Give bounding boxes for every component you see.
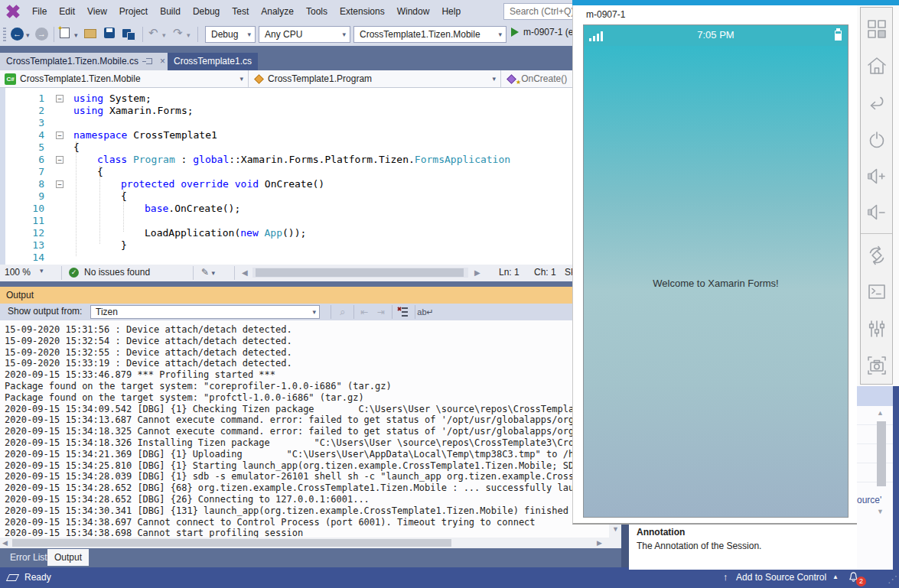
menu-build[interactable]: Build [154, 0, 187, 23]
word-wrap-icon[interactable]: ab↵ [419, 306, 432, 318]
emulator-apps-grid-button[interactable] [864, 11, 890, 47]
output-log-line: 2020-09-15 15:34:21.369 [DBG] {1} Upload… [5, 449, 621, 460]
output-log-line: 15-09-2020 15:32:54 : Device attach/deta… [5, 336, 621, 347]
add-to-source-control-button[interactable]: Add to Source Control [736, 572, 826, 583]
clear-all-icon[interactable] [396, 306, 409, 318]
annotation-title: Annotation [637, 527, 849, 538]
menu-file[interactable]: File [26, 0, 53, 23]
menu-analyze[interactable]: Analyze [255, 0, 300, 23]
startup-project-select[interactable]: CrossTemplate1.Tizen.Mobile▾ [353, 26, 507, 43]
fold-collapse-icon[interactable]: − [56, 180, 64, 188]
line-number: 2 [11, 105, 44, 117]
output-log[interactable]: 15-09-2020 15:31:56 : Device attach/deta… [0, 320, 621, 538]
emulator-controls-button[interactable] [864, 310, 890, 347]
output-source-select[interactable]: Tizen▾ [90, 305, 320, 319]
line-indicator: Ln: 1 [499, 267, 520, 278]
emulator-screenshot-button[interactable] [864, 347, 890, 384]
vscroll-up-arrow[interactable]: ▲ [877, 409, 884, 417]
fold-collapse-icon[interactable]: − [56, 95, 64, 102]
code-cleanup-icon[interactable]: ✎ ▾ [201, 267, 215, 278]
previous-message-icon[interactable]: ⇤ [358, 306, 370, 318]
editor-zoom-select[interactable]: 100 % [5, 267, 31, 278]
emulator-power-button[interactable] [864, 121, 890, 158]
app-screen[interactable]: Welcome to Xamarin Forms! [584, 46, 848, 517]
emulator-volume-up-button[interactable] [864, 158, 890, 194]
menu-view[interactable]: View [81, 0, 113, 23]
undo-dropdown[interactable]: ▾ [162, 31, 166, 39]
scrollbar-thumb[interactable] [877, 421, 886, 486]
vscroll-down-arrow[interactable]: ▼ [877, 508, 884, 515]
menu-window[interactable]: Window [391, 0, 436, 23]
project-dropdown[interactable]: C# CrossTemplate1.Tizen.Mobile▾ [0, 70, 249, 87]
navigate-back-dropdown[interactable]: ▾ [26, 31, 30, 39]
menu-help[interactable]: Help [435, 0, 467, 23]
tab-error-list[interactable]: Error List [3, 549, 54, 566]
find-message-icon[interactable]: ⌕ [337, 306, 349, 318]
redo-button[interactable]: ↷ [173, 26, 183, 40]
emulator-home-button[interactable] [864, 47, 890, 84]
new-project-dropdown[interactable]: ▾ [74, 31, 78, 39]
open-file-button[interactable] [84, 28, 96, 41]
save-button[interactable] [104, 28, 115, 41]
next-message-icon[interactable]: ⇥ [375, 306, 387, 318]
platform-select[interactable]: Any CPU▾ [259, 26, 350, 43]
toolbar-grip[interactable] [3, 28, 6, 41]
line-number: 14 [11, 252, 44, 264]
scrollbar-thumb[interactable] [256, 268, 464, 277]
pin-icon[interactable] [146, 58, 152, 64]
navigate-back-button[interactable]: ← [11, 28, 24, 41]
source-control-chevron-icon[interactable]: ▲ [832, 573, 839, 580]
health-check-icon[interactable]: ✓ [69, 268, 79, 278]
tab-crosstemplate1-tizen-mobile-cs[interactable]: CrossTemplate1.Tizen.Mobile.cs× [0, 53, 171, 70]
home-icon [865, 54, 888, 77]
fold-collapse-icon[interactable]: − [56, 132, 64, 139]
output-panel-title[interactable]: Output [0, 287, 621, 304]
type-dropdown[interactable]: CrossTemplate1.Program▾ [249, 70, 501, 87]
output-log-line: 2020-09-15 15:34:09.542 [DBG] {1} Checki… [5, 404, 621, 415]
tab-output[interactable]: Output [47, 549, 89, 566]
code-text: using Xamarin.Forms; [73, 105, 194, 117]
redo-dropdown[interactable]: ▾ [187, 31, 191, 39]
scrollbar-thumb[interactable] [12, 539, 451, 547]
output-horizontal-scrollbar[interactable]: ◀ ▶ [0, 538, 621, 548]
start-debugging-button[interactable]: m-0907-1 (e [511, 27, 573, 37]
fold-collapse-icon[interactable]: − [56, 156, 64, 164]
save-all-button[interactable] [122, 28, 131, 40]
annotation-panel: Annotation The Annotation of the Session… [629, 523, 857, 570]
close-icon[interactable]: × [160, 56, 165, 67]
background-tasks-icon[interactable] [6, 574, 19, 581]
annotation-description: The Annotation of the Session. [637, 541, 849, 551]
menu-tools[interactable]: Tools [300, 0, 334, 23]
code-text: base.OnCreate(); [145, 203, 240, 215]
navigate-forward-button[interactable]: → [35, 28, 48, 41]
hscroll-right-arrow[interactable]: ▶ [597, 539, 602, 547]
phone-status-bar: 7:05 PM [584, 25, 848, 46]
menu-extensions[interactable]: Extensions [334, 0, 391, 23]
menu-project[interactable]: Project [113, 0, 154, 23]
battery-icon [835, 31, 842, 41]
configuration-select[interactable]: Debug▾ [205, 26, 256, 43]
output-log-line: 2020-09-15 15:34:25.810 [DBG] {1} Starti… [5, 460, 621, 472]
hscroll-left-arrow[interactable]: ◀ [2, 539, 8, 547]
undo-button[interactable]: ↶ [148, 26, 158, 40]
output-log-line: Package found on the target system: "pro… [5, 392, 621, 404]
document-health-status[interactable]: No issues found [84, 267, 150, 278]
emulator-shell-button[interactable] [864, 274, 890, 310]
code-text: namespace CrossTemplate1 [73, 129, 217, 141]
menu-debug[interactable]: Debug [187, 0, 226, 23]
emulator-volume-down-button[interactable] [864, 194, 890, 231]
emulator-rotate-button[interactable] [864, 237, 890, 274]
menu-test[interactable]: Test [226, 0, 255, 23]
emulator-back-button[interactable] [864, 84, 890, 121]
emulator-screen[interactable]: 7:05 PM Welcome to Xamarin Forms! [583, 24, 849, 518]
line-number: 5 [11, 141, 44, 154]
chevron-down-icon[interactable]: ▾ [40, 267, 44, 275]
editor-horizontal-scrollbar[interactable] [252, 268, 468, 278]
code-text: using System; [73, 93, 151, 105]
hscroll-left-arrow[interactable]: ◀ [242, 268, 248, 277]
new-project-button[interactable]: ✦ [60, 28, 70, 41]
hscroll-right-arrow[interactable]: ▶ [474, 268, 480, 277]
vscroll-down-arrow[interactable]: ▼ [612, 525, 619, 533]
menu-edit[interactable]: Edit [53, 0, 81, 23]
tab-crosstemplate1-cs[interactable]: CrossTemplate1.cs [168, 53, 258, 70]
